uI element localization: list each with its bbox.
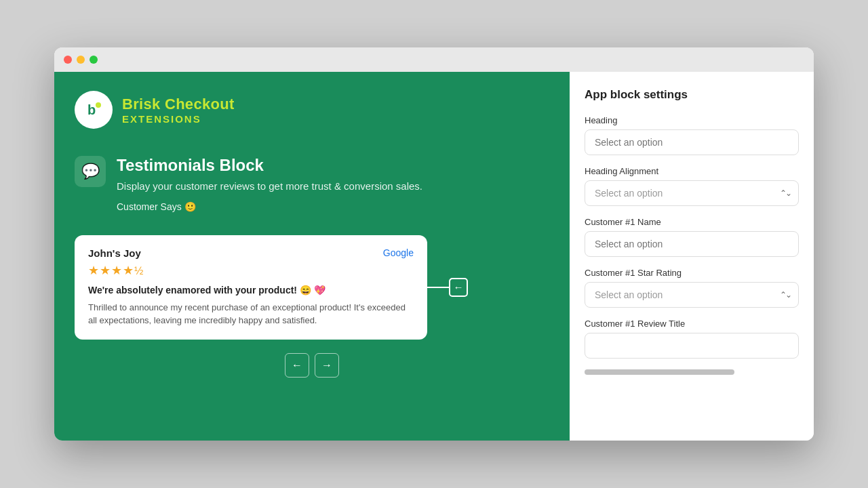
feature-description: Display your customer reviews to get mor…	[117, 179, 422, 195]
next-button[interactable]: →	[315, 353, 339, 378]
review-body: Thrilled to announce my recent purchase …	[88, 301, 414, 327]
feature-info: Testimonials Block Display your customer…	[117, 156, 422, 223]
logo-text: Brisk Checkout EXTENSIONS	[122, 96, 235, 125]
feature-icon: 💬	[75, 156, 106, 187]
heading-alignment-label: Heading Alignment	[585, 166, 799, 176]
review-bold-text: We're absolutely enamored with your prod…	[88, 285, 414, 296]
minimize-dot[interactable]	[77, 56, 85, 64]
review-card: John's Joy Google ★★★★½ We're absolutely…	[75, 235, 427, 340]
svg-text:b: b	[87, 102, 96, 117]
settings-title: App block settings	[585, 88, 799, 102]
prev-button[interactable]: ←	[285, 353, 309, 378]
heading-input[interactable]	[585, 129, 799, 155]
customer-says-label: Customer Says 🙂	[117, 201, 422, 212]
review-title-group: Customer #1 Review Title	[585, 319, 799, 359]
browser-chrome	[54, 47, 814, 72]
customer-name-input[interactable]	[585, 231, 799, 257]
browser-window: b Brisk Checkout EXTENSIONS 💬 Testimonia…	[54, 47, 814, 441]
logo-icon: b	[75, 91, 113, 129]
quote-icon: 💬	[81, 163, 100, 180]
connector-box: ←	[449, 278, 468, 297]
star-rating-select[interactable]: Select an option	[585, 282, 799, 308]
close-dot[interactable]	[64, 56, 72, 64]
star-rating-group: Customer #1 Star Rating Select an option	[585, 268, 799, 308]
left-panel: b Brisk Checkout EXTENSIONS 💬 Testimonia…	[54, 72, 570, 441]
review-title-input[interactable]	[585, 333, 799, 359]
star-rating: ★★★★½	[88, 263, 414, 278]
heading-alignment-select[interactable]: Select an option	[585, 180, 799, 206]
svg-point-2	[96, 102, 101, 108]
heading-alignment-wrapper: Select an option	[585, 180, 799, 206]
review-source[interactable]: Google	[383, 247, 414, 258]
connector-line	[419, 287, 449, 288]
customer-name-group: Customer #1 Name	[585, 217, 799, 257]
review-card-container: John's Joy Google ★★★★½ We're absolutely…	[75, 235, 427, 340]
customer-name-label: Customer #1 Name	[585, 217, 799, 227]
heading-field-group: Heading	[585, 115, 799, 155]
connector-arrow: ←	[419, 278, 468, 297]
logo-title: Brisk Checkout	[122, 96, 235, 113]
review-title-label: Customer #1 Review Title	[585, 319, 799, 329]
feature-title: Testimonials Block	[117, 156, 422, 175]
review-header: John's Joy Google	[88, 247, 414, 259]
logo-subtitle: EXTENSIONS	[122, 113, 235, 125]
settings-panel: App block settings Heading Heading Align…	[570, 72, 814, 441]
heading-label: Heading	[585, 115, 799, 125]
scrollbar-indicator	[585, 369, 734, 375]
star-rating-wrapper: Select an option	[585, 282, 799, 308]
logo-area: b Brisk Checkout EXTENSIONS	[75, 91, 549, 129]
reviewer-name: John's Joy	[88, 247, 141, 259]
heading-alignment-group: Heading Alignment Select an option	[585, 166, 799, 206]
maximize-dot[interactable]	[90, 56, 98, 64]
star-rating-label: Customer #1 Star Rating	[585, 268, 799, 278]
navigation-buttons: ← →	[75, 353, 549, 378]
app-content: b Brisk Checkout EXTENSIONS 💬 Testimonia…	[54, 72, 814, 441]
feature-section: 💬 Testimonials Block Display your custom…	[75, 156, 549, 223]
